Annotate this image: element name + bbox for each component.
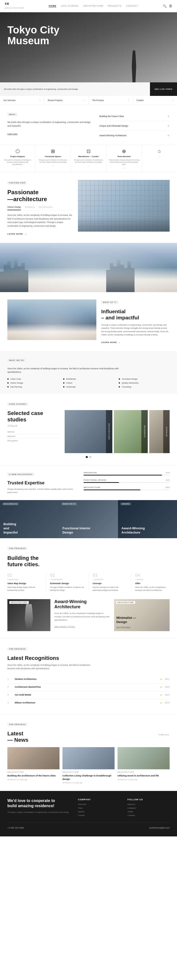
- banner-label-1: BUILDING IN: [2, 503, 18, 505]
- footer-phone: +1 555 234 5984: [7, 827, 24, 829]
- news-view-all[interactable]: View All: [159, 733, 170, 736]
- case-meta-recognition: Recognition: [7, 440, 60, 442]
- award-link[interactable]: See more types: [54, 625, 75, 628]
- menu-icon[interactable]: ☰: [169, 4, 172, 8]
- building-step-1: 01 / Analysis Value Map Design Value Map…: [7, 573, 46, 592]
- footer-link-twitter[interactable]: Twitter: [128, 811, 170, 813]
- hero-nav-row: Our Services ↓ Recent Projects ↓ The Pro…: [0, 96, 177, 105]
- footer-link-awards[interactable]: Awards: [78, 811, 120, 813]
- icon-item-1[interactable]: ⬡ Project analyses We build the complexi…: [0, 145, 35, 172]
- banner-title-1: Building and Impactful: [3, 522, 18, 535]
- footer-link-behance[interactable]: Behance: [128, 803, 170, 805]
- recog-item-4[interactable]: 4 Milano Architecture ★ 2019: [7, 699, 170, 706]
- award-extra-content: Minimalist — Design See Types below: [116, 616, 136, 628]
- award-person-silhouette: [22, 604, 36, 631]
- case-meta-materials: Materials: [7, 435, 60, 439]
- icon-row: ⬡ Project analyses We build the complexi…: [0, 145, 177, 173]
- news-item-1[interactable]: Architecture Building the architecture o…: [7, 747, 59, 784]
- recog-title: Latest Recognitions: [7, 655, 170, 661]
- case-label-vertical-1: Architecture: [106, 410, 112, 453]
- banner-2: WHAT OF IT Functional Interior Design: [59, 500, 118, 538]
- footer-col-company: COMPANY Overview Team Awards Contact: [78, 798, 120, 816]
- influential-title: Influential– and impactful: [101, 308, 170, 321]
- recog-item-2[interactable]: 2 Architecture MasterPrize ★ 2020: [7, 683, 170, 691]
- case-label-vertical-2: Residence: [141, 410, 148, 453]
- footer: We'd love to cooperate to build amazing …: [0, 791, 177, 837]
- influential-right: WHAT OF IT Influential– and impactful Th…: [101, 299, 170, 344]
- news-cat-2: Architecture: [62, 771, 115, 773]
- footer-link-contact[interactable]: Contact: [78, 814, 120, 816]
- footer-link-team[interactable]: Team: [78, 807, 120, 809]
- tab-interior-design[interactable]: Interior Design: [7, 206, 21, 210]
- hero-nav-process[interactable]: The Process ↓: [89, 96, 133, 105]
- tab-residence[interactable]: Residence: [25, 206, 35, 210]
- what-col-3: Innovation Design Quality Submission Con…: [119, 378, 170, 388]
- icon-item-5[interactable]: ⌂ →: [142, 145, 177, 172]
- bar-track: [84, 490, 170, 490]
- recog-body: Since the 1960s, as the complexity of bu…: [7, 663, 91, 670]
- icon-item-2[interactable]: ⊞ Functional Spaces Through a joint vent…: [35, 145, 71, 172]
- icon-item-4[interactable]: ⊕ Three-direction Three-direction Design…: [107, 145, 142, 172]
- intro-right-item-1[interactable]: Building the Future Cities +: [99, 111, 170, 121]
- direction-icon: ⊕: [122, 148, 126, 154]
- recognitions-section: THE PROCESS Latest Recognitions Since th…: [0, 638, 177, 714]
- building-title: Building the future cities.: [7, 555, 170, 568]
- recog-year-2: 2020: [165, 686, 170, 688]
- case-img-2: Residence: [114, 410, 148, 453]
- step-sublabel-4: / Offer: [135, 579, 170, 581]
- news-label: THE PROCESS: [7, 723, 27, 726]
- hero-nav-projects[interactable]: Recent Projects ↓: [44, 96, 88, 105]
- building-shadow: [78, 217, 170, 232]
- news-item-2[interactable]: Architecture Collective Living Challenge…: [62, 747, 115, 784]
- nav-projects[interactable]: Projects: [108, 5, 122, 7]
- recog-item-1[interactable]: 1 Student Architecture ★ 2021: [7, 675, 170, 683]
- award-extra-img: ARCHITECTURE Minimalist — Design See Typ…: [114, 599, 170, 631]
- search-icon[interactable]: 🔍: [163, 4, 167, 8]
- intro-right-item-3[interactable]: Award-Winning Architecture +: [99, 131, 170, 140]
- award-extra-type[interactable]: See Types below: [116, 626, 131, 628]
- news-item-3[interactable]: Architecture Utilizing wood in architect…: [118, 747, 170, 784]
- recog-year-4: 2019: [165, 702, 170, 704]
- hero-nav-contact[interactable]: Contact ↓: [133, 96, 177, 105]
- passionate-label: VISITING OUR: [7, 180, 73, 187]
- step-num-4: 04: [135, 573, 170, 578]
- hero-bottom-bar: We build cities through a unique combina…: [0, 82, 177, 96]
- what-we-do-section: WHAT WE DO Since the 1960s, as the compl…: [0, 352, 177, 394]
- footer-cta-body: Through a unique combination of engineer…: [7, 811, 70, 814]
- footer-link-linkedin[interactable]: LinkedIn: [128, 814, 170, 816]
- influential-learn-more[interactable]: Learn more: [101, 341, 121, 344]
- passionate-learn-more[interactable]: Learn more: [7, 232, 27, 235]
- recog-item-3[interactable]: 3 AIA Gold Medal ★ 2020: [7, 691, 170, 699]
- case-gallery: Architecture Residence Interior: [65, 410, 170, 453]
- expertise-right: Innovation 91% Functional Design 41% Arc…: [84, 472, 170, 494]
- intro-right-item-2[interactable]: Unique and Influential Design +: [99, 121, 170, 131]
- intro-learn-more[interactable]: Learn more: [7, 133, 18, 135]
- icon-item-3[interactable]: ⊡ Manufacture — Curator Through a joint …: [71, 145, 106, 172]
- home-icon: ⌂: [158, 148, 161, 154]
- footer-link-overview[interactable]: Overview: [78, 803, 120, 805]
- footer-link-instagram[interactable]: Instagram: [128, 807, 170, 809]
- footer-top: We'd love to cooperate to build amazing …: [7, 798, 170, 816]
- nav-icons: 🔍 ☰: [163, 4, 172, 8]
- recog-num-1: 1: [7, 678, 12, 681]
- nav-life-stories[interactable]: Life Stories: [61, 5, 79, 7]
- award-title: Award-Winning Architecture: [54, 599, 110, 610]
- nav-architecture[interactable]: Architecture: [83, 5, 104, 7]
- tab-reconstruction[interactable]: Reconstruction: [38, 206, 53, 210]
- nav-contact[interactable]: Contact: [126, 5, 139, 7]
- award-section: ARCHITECTURE Award-Winning Architecture …: [0, 599, 177, 638]
- expertise-title: Trusted Expertise: [7, 480, 76, 485]
- bar-track: [84, 482, 170, 483]
- hero-cta-btn[interactable]: See Live Video: [150, 82, 177, 96]
- case-studies-section: CASE STUDIES Selected casestudies ST/bus…: [0, 394, 177, 465]
- building-steps: 01 / Analysis Value Map Design Value Map…: [7, 573, 170, 592]
- nav-home[interactable]: Home: [49, 5, 56, 7]
- recog-star-4: ★: [160, 702, 162, 704]
- case-dot-1[interactable]: [86, 456, 88, 458]
- case-dot-2[interactable]: [89, 456, 91, 458]
- award-extra-label: ARCHITECTURE: [116, 601, 136, 604]
- step-sublabel-1: / Analysis: [7, 579, 42, 581]
- banner-3: AWARD Award-Winning Architecture: [118, 500, 177, 538]
- case-title: Selected casestudies: [7, 410, 60, 423]
- hero-nav-services[interactable]: Our Services ↓: [0, 96, 44, 105]
